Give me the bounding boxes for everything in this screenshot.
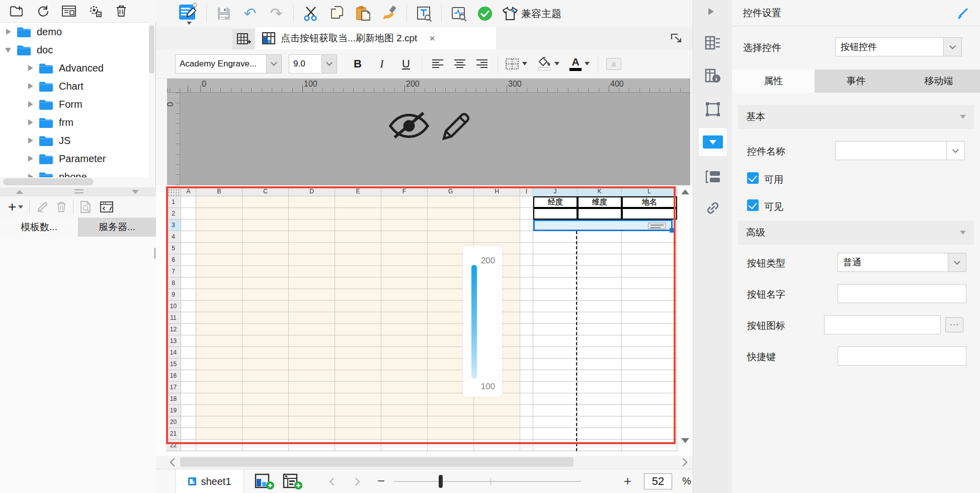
cell-E4[interactable] xyxy=(335,231,381,243)
template-dropdown-icon[interactable] xyxy=(187,22,192,25)
row-header-12[interactable]: 12 xyxy=(166,324,181,335)
column-header-G[interactable]: G xyxy=(428,186,474,196)
tree-item-Form[interactable]: Form xyxy=(0,95,149,113)
cell-D19[interactable] xyxy=(289,405,335,416)
cell-J14[interactable] xyxy=(533,347,578,359)
row-header-21[interactable]: 21 xyxy=(166,428,181,440)
cell-F21[interactable] xyxy=(381,428,428,440)
cell-J13[interactable] xyxy=(533,335,578,347)
cell-K1[interactable]: 维度 xyxy=(578,196,622,208)
cell-E7[interactable] xyxy=(335,266,381,277)
widget-name-dropdown-icon[interactable] xyxy=(947,141,965,160)
cell-attributes-icon[interactable] xyxy=(704,34,721,51)
cell-L9[interactable] xyxy=(622,289,677,301)
button-icon-input[interactable] xyxy=(824,315,941,334)
cell-L8[interactable] xyxy=(622,277,677,289)
cell-F6[interactable] xyxy=(381,254,428,266)
cell-D11[interactable] xyxy=(289,312,335,324)
scroll-right-icon[interactable] xyxy=(679,458,688,467)
cell-L7[interactable] xyxy=(622,266,677,277)
align-left-icon[interactable] xyxy=(429,55,446,73)
column-header-H[interactable]: H xyxy=(474,186,520,196)
cell-E19[interactable] xyxy=(335,405,381,416)
sheet-horizontal-scrollbar[interactable] xyxy=(156,456,693,469)
cell-C8[interactable] xyxy=(242,277,289,289)
validate-ok-icon[interactable] xyxy=(476,5,494,23)
splitter-down-icon[interactable] xyxy=(132,190,139,194)
theme-button[interactable]: 兼容主题 xyxy=(502,6,561,21)
row-header-14[interactable]: 14 xyxy=(166,347,181,359)
selection-fill-handle[interactable] xyxy=(670,228,674,233)
new-template-button[interactable] xyxy=(232,29,255,49)
cell-B7[interactable] xyxy=(196,266,242,277)
column-header-F[interactable]: F xyxy=(381,186,428,196)
hyperlink-icon[interactable] xyxy=(704,199,721,217)
cell-I21[interactable] xyxy=(520,428,533,440)
edit-pencil-icon[interactable] xyxy=(440,108,473,143)
cell-L12[interactable] xyxy=(622,324,677,335)
cell-A13[interactable] xyxy=(181,335,196,347)
row-header-5[interactable]: 5 xyxy=(166,243,181,254)
cell-G20[interactable] xyxy=(428,416,474,428)
cell-F20[interactable] xyxy=(381,416,428,428)
font-family-dropdown-icon[interactable] xyxy=(267,54,282,74)
cell-I19[interactable] xyxy=(520,405,533,416)
cell-B19[interactable] xyxy=(196,405,242,416)
cell-K4[interactable] xyxy=(578,231,622,243)
section-advanced[interactable]: 高级 xyxy=(738,221,974,245)
cell-C22[interactable] xyxy=(242,440,289,451)
cell-B2[interactable] xyxy=(196,208,242,220)
cell-L13[interactable] xyxy=(622,335,677,347)
cell-B12[interactable] xyxy=(196,324,242,335)
select-widget-combo[interactable]: 按钮控件 xyxy=(835,37,962,56)
font-size-combo[interactable]: 9.0 xyxy=(289,54,337,74)
cell-J4[interactable] xyxy=(533,231,578,243)
cell-D21[interactable] xyxy=(289,428,335,440)
cell-B4[interactable] xyxy=(196,231,242,243)
add-dropdown-icon[interactable] xyxy=(18,205,23,208)
add-data-button[interactable]: + xyxy=(8,200,23,214)
template-validate-icon[interactable] xyxy=(450,5,468,23)
cell-C5[interactable] xyxy=(242,243,289,254)
button-name-input[interactable] xyxy=(838,284,966,303)
cell-K7[interactable] xyxy=(578,266,622,277)
redo-icon[interactable]: ↷ xyxy=(267,5,285,23)
cell-F7[interactable] xyxy=(381,266,428,277)
button-type-combo[interactable]: 普通 xyxy=(838,253,966,272)
column-header-I[interactable]: I xyxy=(520,186,533,196)
column-header-E[interactable]: E xyxy=(335,186,381,196)
tree-horizontal-scrollbar[interactable] xyxy=(3,178,94,185)
cell-E16[interactable] xyxy=(335,370,381,382)
add-chart-sheet-button[interactable] xyxy=(283,473,306,490)
shortcut-input[interactable] xyxy=(838,346,966,366)
cell-F2[interactable] xyxy=(381,208,428,220)
expand-arrow-icon[interactable] xyxy=(27,101,34,108)
row-header-17[interactable]: 17 xyxy=(166,382,181,393)
tree-item-phone[interactable]: phone xyxy=(0,168,149,177)
cell-K12[interactable] xyxy=(578,324,622,335)
cell-G4[interactable] xyxy=(428,231,474,243)
cell-B6[interactable] xyxy=(196,254,242,266)
cell-G19[interactable] xyxy=(428,405,474,416)
cell-L16[interactable] xyxy=(622,370,677,382)
cell-J18[interactable] xyxy=(533,393,578,405)
cell-K9[interactable] xyxy=(578,289,622,301)
column-header-K[interactable]: K xyxy=(578,186,622,196)
cell-J5[interactable] xyxy=(533,243,578,254)
report-parameter-corner-icon[interactable] xyxy=(670,32,683,44)
column-header-L[interactable]: L xyxy=(622,186,677,196)
cell-H2[interactable] xyxy=(474,208,520,220)
cell-C15[interactable] xyxy=(242,359,289,370)
cell-F12[interactable] xyxy=(381,324,428,335)
cell-L5[interactable] xyxy=(622,243,677,254)
zoom-in-button[interactable]: + xyxy=(624,474,631,487)
expand-arrow-icon[interactable] xyxy=(27,83,34,90)
cell-A8[interactable] xyxy=(181,277,196,289)
browse-icon-button[interactable]: ··· xyxy=(945,317,963,332)
cell-I22[interactable] xyxy=(520,440,533,451)
edit-data-icon[interactable] xyxy=(36,200,49,214)
delete-data-icon[interactable] xyxy=(56,201,67,213)
cell-A5[interactable] xyxy=(181,243,196,254)
collapse-right-panel-icon[interactable] xyxy=(708,8,714,15)
cell-J1[interactable]: 经度 xyxy=(533,196,578,208)
